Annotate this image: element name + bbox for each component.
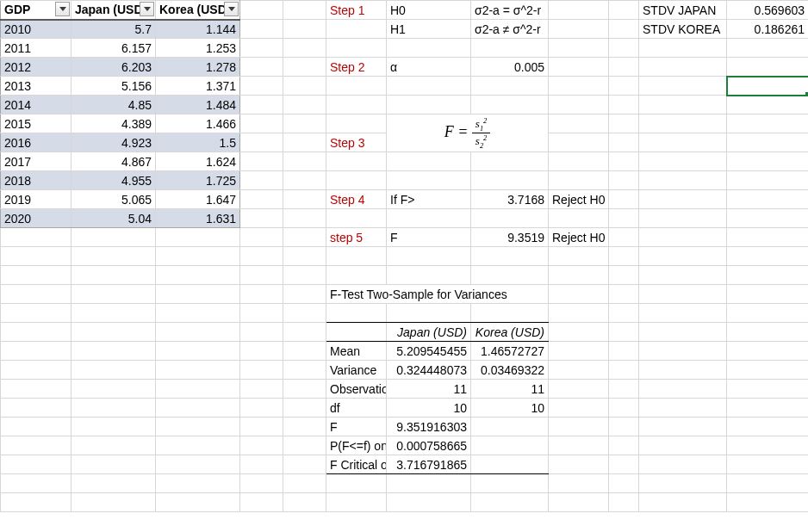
col-header-gdp[interactable]: GDP bbox=[1, 1, 71, 20]
ftest-fcrit-label: F Critical one-tail bbox=[326, 455, 387, 474]
table-row[interactable]: 4.923 bbox=[71, 133, 156, 152]
ftest-title: F-Test Two-Sample for Variances bbox=[326, 285, 549, 304]
ftest-mean-v1: 5.209545455 bbox=[387, 342, 471, 361]
table-row[interactable]: 2010 bbox=[1, 20, 71, 39]
ftest-df-label: df bbox=[326, 399, 387, 418]
table-row[interactable]: 1.278 bbox=[156, 58, 240, 77]
table-row[interactable]: 2011 bbox=[1, 39, 71, 58]
stdv-japan-label: STDV JAPAN bbox=[639, 1, 727, 20]
ftest-obs-label: Observations bbox=[326, 380, 387, 399]
ftest-mean-label: Mean bbox=[326, 342, 387, 361]
ftest-var-v2: 0.03469322 bbox=[471, 361, 549, 380]
table-row[interactable]: 4.867 bbox=[71, 152, 156, 171]
col-header-korea[interactable]: Korea (USD) bbox=[156, 1, 240, 20]
table-row[interactable]: 2015 bbox=[1, 114, 71, 133]
step5-decision: Reject H0 bbox=[549, 228, 609, 247]
table-row[interactable]: 1.371 bbox=[156, 77, 240, 96]
table-row[interactable]: 6.203 bbox=[71, 58, 156, 77]
table-row[interactable]: 1.624 bbox=[156, 152, 240, 171]
col-header-korea-label: Korea (USD) bbox=[159, 3, 230, 16]
ftest-p-v1: 0.000758665 bbox=[387, 436, 471, 455]
filter-button[interactable] bbox=[55, 2, 70, 16]
ftest-mean-v2: 1.46572727 bbox=[471, 342, 549, 361]
ftest-col1: Japan (USD) bbox=[387, 323, 471, 342]
table-row[interactable]: 1.253 bbox=[156, 39, 240, 58]
table-row[interactable]: 4.955 bbox=[71, 171, 156, 190]
table-row[interactable]: 1.725 bbox=[156, 171, 240, 190]
step1-h1: H1 bbox=[387, 20, 471, 39]
active-cell[interactable] bbox=[727, 77, 809, 96]
spreadsheet-grid[interactable]: GDP Japan (USD) Korea (USD) Step 1 H0 σ2… bbox=[0, 0, 808, 512]
step5-f-val: 9.3519 bbox=[471, 228, 549, 247]
stdv-korea-val: 0.186261 bbox=[727, 20, 809, 39]
step2-alpha-val: 0.005 bbox=[471, 58, 549, 77]
step4-if: If F> bbox=[387, 190, 471, 209]
table-row[interactable]: 1.144 bbox=[156, 20, 240, 39]
step5-label: step 5 bbox=[326, 228, 387, 247]
table-row[interactable]: 2017 bbox=[1, 152, 71, 171]
step5-f-label: F bbox=[387, 228, 471, 247]
step4-label: Step 4 bbox=[326, 190, 387, 209]
col-header-japan-label: Japan (USD) bbox=[75, 3, 146, 16]
ftest-col2: Korea (USD) bbox=[471, 323, 549, 342]
ftest-var-label: Variance bbox=[326, 361, 387, 380]
table-row[interactable]: 5.065 bbox=[71, 190, 156, 209]
col-header-japan[interactable]: Japan (USD) bbox=[71, 1, 156, 20]
table-row[interactable]: 2012 bbox=[1, 58, 71, 77]
table-row[interactable]: 1.5 bbox=[156, 133, 240, 152]
step4-decision: Reject H0 bbox=[549, 190, 609, 209]
ftest-df-v1: 10 bbox=[387, 399, 471, 418]
table-row[interactable]: 2018 bbox=[1, 171, 71, 190]
table-row[interactable]: 1.631 bbox=[156, 209, 240, 228]
step1-h0: H0 bbox=[387, 1, 471, 20]
filter-button[interactable] bbox=[224, 2, 239, 16]
step2-label: Step 2 bbox=[326, 58, 387, 77]
table-row[interactable]: 4.85 bbox=[71, 96, 156, 114]
step2-alpha: α bbox=[387, 58, 471, 77]
ftest-obs-v2: 11 bbox=[471, 380, 549, 399]
step1-h1-formula: σ2-a ≠ σ^2-r bbox=[471, 20, 549, 39]
filter-button[interactable] bbox=[140, 2, 154, 16]
ftest-df-v2: 10 bbox=[471, 399, 549, 418]
stdv-korea-label: STDV KOREA bbox=[639, 20, 727, 39]
table-row[interactable]: 5.7 bbox=[71, 20, 156, 39]
step3-label: Step 3 bbox=[326, 133, 387, 152]
table-row[interactable]: 1.484 bbox=[156, 96, 240, 114]
table-row[interactable]: 5.156 bbox=[71, 77, 156, 96]
table-row[interactable]: 2013 bbox=[1, 77, 71, 96]
table-row[interactable]: 5.04 bbox=[71, 209, 156, 228]
ftest-p-label: P(F<=f) one-tail bbox=[326, 436, 387, 455]
table-row[interactable]: 1.466 bbox=[156, 114, 240, 133]
ftest-fcrit-v1: 3.716791865 bbox=[387, 455, 471, 474]
table-row[interactable]: 2020 bbox=[1, 209, 71, 228]
ftest-var-v1: 0.324448073 bbox=[387, 361, 471, 380]
step1-h0-formula: σ2-a = σ^2-r bbox=[471, 1, 549, 20]
f-formula: F = s12s22 bbox=[387, 114, 549, 152]
table-row[interactable]: 6.157 bbox=[71, 39, 156, 58]
table-row[interactable]: 1.647 bbox=[156, 190, 240, 209]
stdv-japan-val: 0.569603 bbox=[727, 1, 809, 20]
table-row[interactable]: 2019 bbox=[1, 190, 71, 209]
table-row[interactable]: 2014 bbox=[1, 96, 71, 114]
step4-crit: 3.7168 bbox=[471, 190, 549, 209]
table-row[interactable]: 4.389 bbox=[71, 114, 156, 133]
table-row[interactable]: 2016 bbox=[1, 133, 71, 152]
ftest-f-label: F bbox=[326, 418, 387, 436]
step1-label: Step 1 bbox=[326, 1, 387, 20]
ftest-f-v1: 9.351916303 bbox=[387, 418, 471, 436]
col-header-gdp-label: GDP bbox=[4, 3, 30, 16]
ftest-obs-v1: 11 bbox=[387, 380, 471, 399]
